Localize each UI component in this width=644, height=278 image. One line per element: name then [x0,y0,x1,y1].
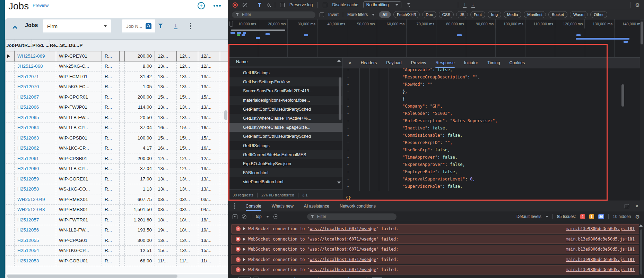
devtools-right-scrollbar-thumb[interactable] [641,22,643,44]
table-row[interactable]: H2512059 WIP-CORE01 R... 17.00 13/... 13… [6,174,228,184]
waterfall-strip[interactable] [228,28,644,57]
clear-console-icon[interactable] [242,214,246,219]
ruler-handle[interactable] [229,21,233,27]
console-error-row[interactable]: × WebSocket connection to 'wss://localho… [231,224,639,234]
name-column-header[interactable]: Name [228,57,342,66]
source-file-link[interactable]: main.b13e9806dc3e50d5.js:181 [566,257,635,262]
request-type-chip[interactable]: Img [488,11,501,18]
network-request-row[interactable]: GetPlantConfCtrlUse3rdPartySched [228,132,342,141]
info-count-badge[interactable]: 80 [598,214,604,219]
job-link[interactable]: H2512070 [14,82,56,92]
source-file-link[interactable]: main.b13e9806dc3e50d5.js:181 [566,237,635,242]
hidden-messages-label[interactable]: 10 hidden [613,214,631,219]
import-har-icon[interactable]: ↑ [463,2,467,8]
download-icon[interactable]: ↓ [174,22,177,29]
fold-marker[interactable]: - [343,95,353,103]
source-file-link[interactable]: main.b13e9806dc3e50d5.js:181 [566,247,635,252]
fold-marker[interactable]: - [343,125,353,132]
inspector-tab[interactable]: Timing [487,58,500,68]
more-filters-label[interactable]: More filters [347,12,368,17]
console-tab[interactable]: Console [246,201,261,211]
vertical-scrollbar-thumb[interactable] [224,110,227,120]
grid-header-cell[interactable]: Part [15,40,24,51]
grid-header-cell[interactable]: Prod. ... [32,40,50,51]
table-row[interactable]: H2512062 WN-1KG-CP... R... 4.17 16/... 1… [6,143,228,154]
record-icon[interactable] [233,2,238,8]
search-document-icon[interactable] [146,23,151,29]
console-tab[interactable]: What's new [272,201,294,211]
table-row[interactable]: H2512053 WIP-COBU01 R... 68.00 11/... 11… [6,256,228,266]
fold-marker[interactable]: - [343,176,353,183]
table-row[interactable]: H2512071 WIP-FCMT01 R... 31.42 13/... 13… [6,71,228,82]
fold-marker[interactable]: - [343,146,353,154]
console-scrollbar-thumb[interactable] [640,229,642,275]
job-link[interactable]: H2512066 [14,102,56,112]
console-error-row[interactable]: × WebSocket connection to 'wss://localho… [231,265,639,275]
export-har-icon[interactable]: ↓ [471,2,475,8]
request-type-chip[interactable]: JS [456,11,468,18]
fold-marker[interactable]: - [343,132,353,139]
inspector-tab[interactable]: Response [435,58,454,68]
job-link[interactable]: H2512064 [14,123,56,133]
close-icon[interactable]: × [635,203,638,209]
error-count-badge[interactable]: 4 [580,214,585,219]
console-settings-icon[interactable]: ⚙ [635,214,640,219]
inspector-tab[interactable]: Payload [386,58,401,68]
job-link[interactable]: H2512060 [14,164,56,174]
job-link[interactable]: WH2512-069 [14,51,56,61]
network-request-row[interactable]: Erp.BO.JobEntrySvc.json [228,159,342,168]
job-link[interactable]: H2512065 [14,112,56,123]
expand-icon[interactable] [243,248,245,251]
network-request-row[interactable]: GetPlantConfCtrlUse3rdPartySched [228,105,342,114]
job-search-input[interactable] [125,23,146,29]
default-levels-select[interactable]: Default levels [516,214,541,219]
job-link[interactable]: H2512067 [14,92,56,102]
network-request-row[interactable]: GetUISettings [228,68,342,77]
close-icon[interactable]: × [348,60,351,66]
table-row[interactable]: H2512054 WN-1KG-CP... R... 12.51 15/... … [6,246,228,256]
job-search-field[interactable] [122,19,155,33]
console-prompt[interactable]: > [233,277,236,278]
expand-icon[interactable] [243,258,245,261]
table-row[interactable]: H2512070 WN-5KG-FC... R... 1.05 13/... 1… [6,82,228,92]
fold-marker[interactable]: - [343,190,353,191]
job-link[interactable]: H2512053 [14,256,56,266]
job-link[interactable]: H2512063 [14,133,56,143]
job-link[interactable]: JH2512-068 [14,61,56,71]
kebab-menu-icon[interactable] [234,203,235,205]
response-scrollbar-thumb[interactable] [621,84,624,107]
grid-header-cell[interactable]: Job [6,40,15,51]
fold-marker[interactable]: - [343,81,353,88]
grid-header-cell[interactable]: St... [60,40,69,51]
grid-header-cell[interactable]: R... [24,40,32,51]
request-type-chip[interactable]: Socket [548,11,567,18]
network-request-row[interactable]: FABIcon.html [228,168,342,177]
fold-marker[interactable]: - [343,117,353,125]
table-row[interactable]: H2512055 WIP-CPAG01 R... 300.00 13/... 1… [6,235,228,246]
request-type-chip[interactable]: Fetch/XHR [393,11,420,18]
fold-marker[interactable]: - [343,68,353,74]
context-selector[interactable]: top [256,214,262,219]
expand-icon[interactable] [243,227,245,230]
table-row[interactable]: H2512065 WN-1LB-FW... R... 20.50 13/... … [6,112,228,123]
inspector-tab[interactable]: Initiator [464,58,478,68]
job-link[interactable]: WH2512-049 [14,194,56,204]
table-row[interactable]: H2512061 WIP-CPSB01 R... 200.00 12/... 1… [6,153,228,164]
devtools-right-scrollbar[interactable] [640,19,644,201]
websocket-url-link[interactable]: wss://localhost:6071/wsedge [310,267,376,272]
job-link[interactable]: H2512071 [14,71,56,82]
fold-marker[interactable]: - [343,168,353,176]
throttling-select[interactable]: No throttling [363,1,402,8]
kebab-menu-icon[interactable] [190,23,191,24]
table-row[interactable]: H2512057 WIP-FWTR01 R... 1,201.60 18/...… [6,215,228,225]
table-row[interactable]: H2512056 WN-1LB-FW... R... 193.50 19/...… [6,225,228,236]
console-error-row[interactable]: × WebSocket connection to 'wss://localho… [231,245,639,254]
fold-marker[interactable]: - [343,110,353,117]
network-request-row[interactable]: materialdesignicons-webfont.fbae... [228,96,342,105]
table-row[interactable]: H2512067 WIP-CPOR01 R... 200.00 15/... 1… [6,92,228,102]
table-row[interactable]: JH2512-068 WN-25KG-C... R... 8.00 13/...… [6,61,228,72]
dock-panel-icon[interactable] [625,204,629,208]
preserve-log-checkbox[interactable] [280,3,285,7]
job-link[interactable]: H2512055 [14,235,56,245]
inspector-tab[interactable]: Headers [361,58,377,68]
